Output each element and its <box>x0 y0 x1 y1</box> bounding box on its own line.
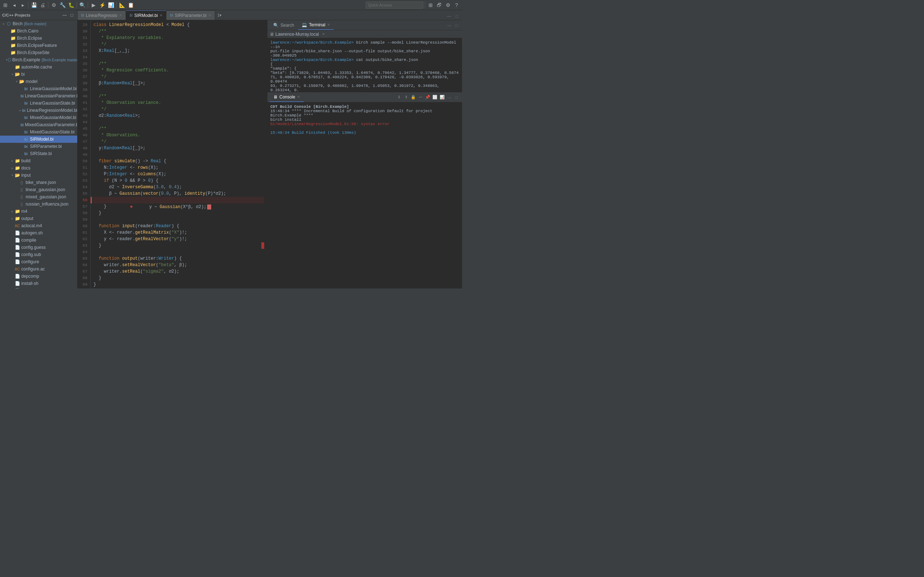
tab-console[interactable]: 🖥 Console ✕ <box>270 93 304 102</box>
sidebar-item-birch-eclipsefeature[interactable]: ▸ 📁 Birch.EclipseFeature <box>0 42 77 49</box>
console-minimize-btn[interactable]: — <box>446 94 452 101</box>
sidebar-item-mixedgaussianstate[interactable]: ▸ bi MixedGaussianState.bi <box>0 128 77 135</box>
toolbar-perspectives-btn[interactable]: ⊞ <box>426 1 435 9</box>
sidebar-minimize-btn[interactable]: — <box>61 12 68 18</box>
toolbar-run-btn[interactable]: ▶ <box>89 1 97 9</box>
toolbar-refactor-btn[interactable]: ⚙ <box>50 1 58 9</box>
line-num: 43 <box>78 113 87 119</box>
toolbar-search-btn[interactable]: 🔍 <box>78 1 86 9</box>
sidebar-item-aclocal[interactable]: ▸ AC aclocal.m4 <box>0 222 77 229</box>
console-chart-btn[interactable]: 📊 <box>439 94 446 101</box>
terminal-content[interactable]: lawrence:~/workspace/Birch.Example> birc… <box>267 38 462 92</box>
code-line: */ <box>94 139 264 145</box>
tab-label: SIRModel.bi <box>134 13 158 18</box>
sidebar-item-russian-influenza[interactable]: ▸ {} russian_influenza.json <box>0 200 77 208</box>
sidebar-item-model[interactable]: ▾ 📂 model <box>0 78 77 85</box>
sidebar-item-lineargaussianparam[interactable]: ▸ bi LinearGaussianParameter.bi <box>0 92 77 100</box>
sidebar-item-birch-cairo[interactable]: ▸ 📁 Birch.Cairo <box>0 27 77 35</box>
sidebar-item-birch-eclipse[interactable]: ▸ 📁 Birch.Eclipse <box>0 35 77 42</box>
sidebar-item-linearregressionmodel[interactable]: ▸ bi LinearRegressionModel.bi <box>0 107 77 114</box>
terminal-maximize-btn[interactable]: □ <box>453 22 460 29</box>
sidebar-item-birch-eclipsesite[interactable]: ▸ 📁 Birch.EclipseSite <box>0 49 77 56</box>
sidebar-item-mixed-gaussian[interactable]: ▸ {} mixed_gaussian.json <box>0 193 77 200</box>
tree-label: LinearGaussianModel.bi <box>30 86 76 91</box>
sidebar-item-mixedgaussianparam[interactable]: ▸ bi MixedGaussianParameter.bi <box>0 121 77 128</box>
sidebar-item-sirparameter[interactable]: ▸ bi SIRParameter.bi <box>0 143 77 150</box>
sidebar-item-configureac[interactable]: ▸ AC configure.ac <box>0 266 77 272</box>
toolbar-print-btn[interactable]: 🖨 <box>39 1 47 9</box>
sidebar-item-configguess[interactable]: ▸ 📄 config.guess <box>0 244 77 251</box>
sidebar-item-configure[interactable]: ▸ 📄 configure <box>0 258 77 266</box>
code-content[interactable]: class LinearRegressionModel < Model { /*… <box>90 20 267 288</box>
toolbar-debug-btn[interactable]: 🐛 <box>67 1 75 9</box>
sidebar-item-bi[interactable]: ▾ 📂 bi <box>0 71 77 78</box>
tab-search[interactable]: 🔍 Search <box>270 21 298 30</box>
toolbar-build-btn[interactable]: 🔧 <box>58 1 66 9</box>
tab-sirparameter[interactable]: bi SIRParameter.bi ✕ <box>166 10 215 20</box>
code-editor[interactable]: 29 30 31 32 33 34 35 36 37 38 39 40 41 4… <box>78 20 267 288</box>
terminal-minimize-btn[interactable]: — <box>446 22 452 29</box>
tab-close-btn[interactable]: ✕ <box>119 13 122 17</box>
editor-minimize-btn[interactable]: — <box>446 13 452 20</box>
tab-overflow-btn[interactable]: 1▾ <box>215 10 224 20</box>
toolbar-save-btn[interactable]: 💾 <box>30 1 38 9</box>
tab-close-btn[interactable]: ✕ <box>208 13 211 17</box>
sidebar-item-mixedgaussianmodel[interactable]: ▸ bi MixedGaussianModel.bi <box>0 114 77 121</box>
toolbar-perspective-btn[interactable]: 📐 <box>118 1 126 9</box>
toolbar-nav-btn[interactable]: ⊞ <box>2 1 10 9</box>
console-scroll-down-btn[interactable]: 🔒 <box>410 94 417 101</box>
console-clear-btn[interactable]: ⬇ <box>396 94 402 101</box>
sidebar-item-sirmodel[interactable]: ▸ bi SIRModel.bi <box>0 135 77 143</box>
sidebar-item-lineargaussianstate[interactable]: ▸ bi LinearGaussianState.bi <box>0 100 77 107</box>
sidebar-item-autogen[interactable]: ▸ 📄 autogen.sh <box>0 229 77 237</box>
sidebar-item-output[interactable]: ▸ 📁 output <box>0 215 77 222</box>
toolbar-pref-btn[interactable]: ⚙ <box>444 1 452 9</box>
tab-sirmodel[interactable]: bi SIRModel.bi ✕ <box>126 10 166 20</box>
sidebar-item-license[interactable]: ▸ 📄 LICENSE <box>0 287 77 288</box>
toolbar-window-btn[interactable]: 🗗 <box>435 1 443 9</box>
terminal-tab-close[interactable]: ✕ <box>327 23 330 27</box>
sidebar-item-sirstate[interactable]: ▸ bi SIRState.bi <box>0 150 77 157</box>
sidebar-item-input[interactable]: ▾ 📂 input <box>0 172 77 179</box>
console-line: birch install <box>270 118 459 122</box>
sidebar-item-m4[interactable]: ▸ 📁 m4 <box>0 208 77 215</box>
terminal-host-close[interactable]: ✕ <box>322 32 325 36</box>
sidebar-maximize-btn[interactable]: □ <box>69 12 75 18</box>
toolbar-back-btn[interactable]: ◂ <box>10 1 18 9</box>
editor-maximize-btn[interactable]: □ <box>453 13 460 20</box>
console-options-btn[interactable]: ⬜ <box>432 94 438 101</box>
console-scroll-up-btn[interactable]: ⬆ <box>403 94 409 101</box>
sidebar-item-compile[interactable]: ▸ 📄 compile <box>0 237 77 244</box>
sidebar-item-docs[interactable]: ▸ 📁 docs <box>0 164 77 172</box>
toolbar-coverage-btn[interactable]: ⚡ <box>98 1 106 9</box>
sidebar-item-configsub[interactable]: ▸ 📄 config.sub <box>0 251 77 258</box>
tab-terminal[interactable]: 💻 Terminal ✕ <box>298 21 334 30</box>
console-maximize-btn[interactable]: □ <box>453 94 460 101</box>
console-content[interactable]: CDT Build Console [Birch.Example] 15:48:… <box>267 102 462 288</box>
sidebar-item-autom4te[interactable]: ▸ 📁 autom4te.cache <box>0 63 77 71</box>
sidebar-item-birch-example[interactable]: ▾ ⬡ Birch.Example [Birch.Example master] <box>0 56 77 63</box>
console-pin-btn[interactable]: 📌 <box>425 94 431 101</box>
toolbar-sep-2 <box>48 2 48 8</box>
sidebar-item-depcomp[interactable]: ▸ 📄 depcomp <box>0 272 77 280</box>
sidebar-item-lineargaussianmodel[interactable]: ▸ bi LinearGaussianModel.bi <box>0 85 77 92</box>
sidebar-item-linear-gaussian[interactable]: ▸ {} linear_gaussian.json <box>0 186 77 193</box>
toolbar-help-btn[interactable]: ? <box>452 1 460 9</box>
sidebar-item-build[interactable]: ▸ 📁 build <box>0 157 77 164</box>
console-word-wrap-btn[interactable]: ↩ <box>417 94 424 101</box>
toolbar-profile-btn[interactable]: 📊 <box>107 1 115 9</box>
toolbar-perspective2-btn[interactable]: 📋 <box>127 1 135 9</box>
sidebar-item-birch[interactable]: ▸ ⬡ Birch [Birch master] <box>0 20 77 27</box>
tab-close-btn[interactable]: ✕ <box>160 13 162 17</box>
sidebar-item-bike-share[interactable]: ▸ {} bike_share.json <box>0 179 77 186</box>
line-num: 60 <box>78 223 87 229</box>
quick-access-input[interactable]: Quick Access <box>366 2 423 9</box>
sidebar-item-installsh[interactable]: ▸ 📄 install-sh <box>0 280 77 287</box>
project-icon: ⬡ <box>6 21 11 27</box>
toolbar-fwd-btn[interactable]: ▸ <box>19 1 27 9</box>
tab-linearregression[interactable]: bi LinearRegressio ✕ <box>78 10 126 20</box>
console-icon: 🖥 <box>273 95 278 100</box>
tree-label: config.guess <box>21 245 45 250</box>
tree-label: LinearGaussianState.bi <box>30 101 75 106</box>
console-tab-close[interactable]: ✕ <box>297 95 300 99</box>
